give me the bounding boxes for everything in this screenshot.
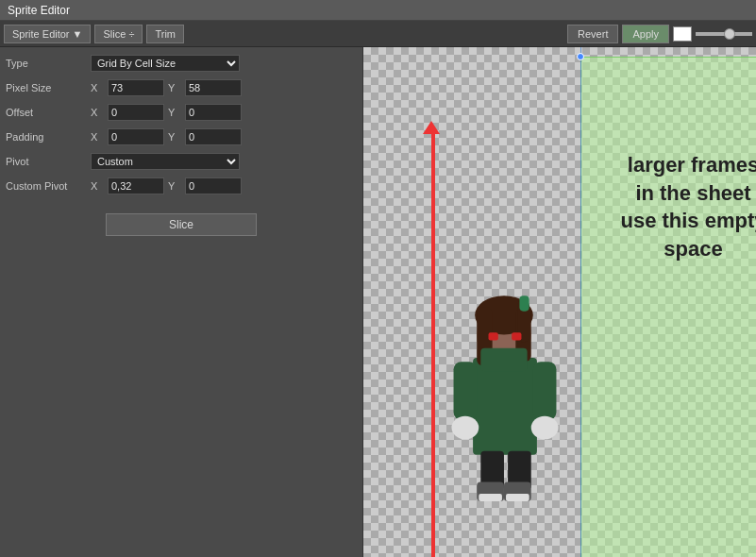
pixel-size-row: Pixel Size X Y [6, 77, 357, 98]
svg-rect-10 [454, 362, 478, 420]
offset-label: Offset [6, 107, 91, 118]
padding-y-input[interactable] [185, 128, 242, 145]
trim-tab[interactable]: Trim [146, 25, 184, 43]
pivot-row: Pivot Custom Center Top Left Bottom [6, 151, 357, 172]
padding-x-input[interactable] [108, 128, 164, 145]
custom-pivot-row: Custom Pivot X Y [6, 176, 357, 196]
svg-rect-6 [519, 295, 529, 311]
toolbar: Sprite Editor ▼ Slice ÷ Trim Revert Appl… [0, 21, 756, 47]
sprite-editor-dropdown[interactable]: Sprite Editor ▼ [4, 25, 91, 43]
padding-y-label: Y [168, 131, 181, 143]
custom-pivot-x-input[interactable] [108, 177, 164, 194]
slice-tab[interactable]: Slice ÷ [94, 25, 143, 43]
grid-line-left [580, 47, 581, 557]
svg-rect-9 [480, 348, 527, 372]
pixel-size-x-input[interactable] [108, 79, 164, 96]
custom-pivot-x-label: X [91, 180, 104, 192]
svg-rect-0 [473, 358, 537, 455]
pivot-label: Pivot [6, 156, 91, 167]
type-row: Type Grid By Cell Size [6, 53, 357, 74]
px-x-label: X [91, 82, 104, 93]
svg-rect-11 [533, 362, 557, 420]
svg-rect-8 [512, 332, 521, 340]
padding-row: Padding X Y [6, 127, 357, 147]
svg-rect-18 [479, 494, 502, 501]
offset-y-input[interactable] [185, 104, 242, 121]
slice-button[interactable]: Slice [106, 213, 257, 236]
apply-button[interactable]: Apply [622, 25, 669, 43]
svg-rect-19 [506, 494, 529, 501]
main-layout: Type Grid By Cell Size Pixel Size X Y Of… [0, 47, 756, 557]
window-title: Sprite Editor [8, 4, 70, 17]
selection-highlight [580, 57, 756, 557]
offset-x-input[interactable] [108, 104, 164, 121]
custom-pivot-y-label: Y [168, 180, 181, 192]
offset-y-label: Y [168, 107, 181, 118]
pixel-size-y-input[interactable] [185, 79, 242, 96]
custom-pivot-y-input[interactable] [185, 177, 242, 194]
padding-x-label: X [91, 131, 104, 143]
canvas-area[interactable]: larger framesin the sheetuse this emptys… [363, 47, 756, 557]
pixel-size-label: Pixel Size [6, 82, 91, 93]
side-panel: Type Grid By Cell Size Pixel Size X Y Of… [0, 47, 363, 557]
custom-pivot-label: Custom Pivot [6, 180, 91, 192]
type-select[interactable]: Grid By Cell Size [91, 55, 240, 72]
control-dot-top-left[interactable] [577, 53, 584, 60]
sprite-character-left [434, 222, 576, 557]
svg-point-12 [451, 416, 479, 440]
arrow-head-down-icon [423, 121, 440, 134]
padding-label: Padding [6, 131, 91, 143]
title-bar: Sprite Editor [0, 0, 756, 21]
offset-x-label: X [91, 107, 104, 118]
px-y-label: Y [168, 82, 181, 93]
type-label: Type [6, 58, 91, 69]
color-swatch[interactable] [673, 26, 692, 42]
revert-button[interactable]: Revert [567, 25, 618, 43]
svg-point-13 [531, 416, 559, 440]
zoom-slider[interactable] [696, 32, 752, 36]
offset-row: Offset X Y [6, 102, 357, 123]
pivot-select[interactable]: Custom Center Top Left Bottom [91, 153, 240, 170]
svg-rect-7 [489, 332, 498, 340]
